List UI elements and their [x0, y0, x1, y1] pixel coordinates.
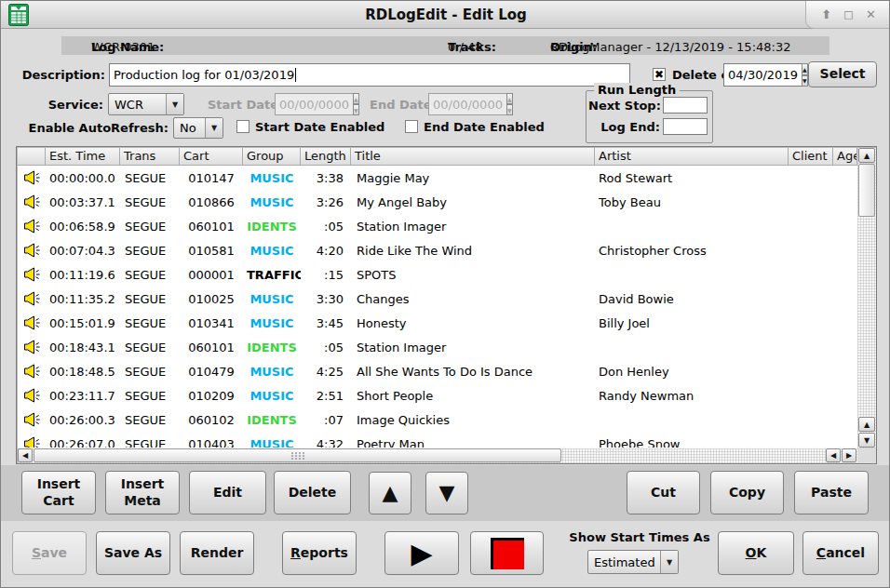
table-row[interactable]: 00:11:19.6SEGUE000001TRAFFIC:15SPOTS	[18, 262, 857, 287]
column-header-group[interactable]: Group	[243, 148, 301, 166]
copy-button[interactable]: Copy	[710, 471, 784, 514]
cut-button[interactable]: Cut	[627, 471, 700, 514]
play-button[interactable]: ▶	[384, 531, 459, 575]
insert-meta-button[interactable]: Insert Meta	[105, 471, 180, 514]
cell-group: IDENTS	[243, 220, 301, 234]
edit-button[interactable]: Edit	[189, 471, 266, 514]
vertical-scrollbar-thumb[interactable]	[858, 164, 875, 217]
vertical-scrollbar[interactable]: ▲ ▲ ▼	[857, 148, 876, 448]
scroll-up-icon[interactable]: ▲	[858, 148, 875, 163]
move-down-button[interactable]: ▼	[425, 472, 468, 514]
column-header-age[interactable]: Age	[833, 148, 857, 166]
cell-len: 4:25	[301, 365, 351, 379]
table-row[interactable]: 00:26:07.0SEGUE010403MUSIC4:32Poetry Man…	[18, 432, 857, 448]
scroll-left-icon[interactable]: ◀	[826, 448, 841, 462]
shade-window-icon[interactable]: ⬆	[821, 8, 831, 20]
ok-button[interactable]: OK	[718, 531, 794, 575]
cell-trans: SEGUE	[120, 316, 180, 330]
render-button[interactable]: Render	[180, 531, 254, 575]
move-up-button[interactable]: ▲	[369, 472, 411, 514]
cell-title: My Angel Baby	[351, 195, 595, 209]
scroll-up-icon[interactable]: ▲	[858, 417, 875, 432]
column-header-artist[interactable]: Artist	[595, 148, 789, 166]
thumb-grip	[291, 452, 293, 454]
table-row[interactable]: 00:11:35.2SEGUE010025MUSIC3:30ChangesDav…	[18, 287, 857, 311]
table-row[interactable]: 00:23:11.7SEGUE010209MUSIC2:51Short Peop…	[18, 383, 857, 408]
delete-button[interactable]: Delete	[274, 471, 351, 514]
service-combobox[interactable]: WCR ▼	[108, 93, 184, 115]
cell-group: IDENTS	[243, 341, 301, 354]
cell-time: 00:18:43.1	[46, 341, 120, 354]
log-table-body: 00:00:00.0SEGUE010147MUSIC3:38Maggie May…	[18, 166, 857, 448]
down-arrow-icon: ▼	[439, 480, 455, 506]
scroll-left-icon[interactable]: ◀	[18, 448, 33, 462]
horizontal-scrollbar[interactable]: ◀ ◀ ▶	[18, 448, 857, 463]
table-row[interactable]: 00:00:00.0SEGUE010147MUSIC3:38Maggie May…	[18, 166, 857, 190]
cell-trans: SEGUE	[120, 171, 180, 185]
speaker-icon	[23, 291, 41, 306]
cell-icon	[18, 364, 46, 379]
cell-title: Poetry Man	[351, 437, 595, 448]
stop-button[interactable]	[470, 531, 544, 575]
insert-cart-button[interactable]: Insert Cart	[21, 471, 96, 514]
delete-on-checkbox[interactable]: ✖	[653, 68, 666, 81]
cell-group: MUSIC	[243, 292, 301, 306]
cell-artist: Toby Beau	[595, 195, 789, 209]
spin-up-icon[interactable]: ▲	[802, 63, 808, 75]
cancel-button[interactable]: Cancel	[802, 531, 879, 575]
table-row[interactable]: 00:18:48.5SEGUE010479MUSIC4:25All She Wa…	[18, 359, 857, 383]
cell-len: 3:30	[301, 292, 351, 306]
cell-title: Honesty	[351, 316, 595, 330]
cell-icon	[18, 170, 46, 185]
cell-time: 00:11:19.6	[46, 268, 120, 282]
save-as-button[interactable]: Save As	[96, 531, 170, 575]
close-window-icon[interactable]: ✕	[866, 8, 876, 20]
column-header-title[interactable]: Title	[351, 148, 595, 166]
horizontal-scrollbar-thumb[interactable]	[34, 448, 561, 462]
title-bar[interactable]: RDLogEdit - Edit Log ⬆ ◻ ✕	[1, 1, 890, 29]
column-header-cart[interactable]: Cart	[180, 148, 243, 166]
cell-time: 00:00:00.0	[46, 171, 120, 185]
table-row[interactable]: 00:18:43.1SEGUE060101IDENTS:05Station Im…	[18, 335, 857, 359]
cell-icon	[18, 388, 46, 403]
spin-down-icon: ▼	[506, 104, 513, 115]
speaker-icon	[23, 315, 41, 330]
cell-group: MUSIC	[243, 389, 301, 403]
table-row[interactable]: 00:15:01.9SEGUE010341MUSIC3:45HonestyBil…	[18, 311, 857, 335]
cell-cart: 060101	[180, 220, 243, 234]
cell-time: 00:07:04.3	[46, 244, 120, 258]
cell-trans: SEGUE	[120, 437, 180, 448]
delete-on-date-spinbox[interactable]: 04/30/2019 ▲ ▼	[723, 63, 802, 87]
table-row[interactable]: 00:07:04.3SEGUE010581MUSIC4:20Ride Like …	[18, 238, 857, 262]
save-button[interactable]: Save	[12, 531, 87, 575]
show-start-times-combobox[interactable]: Estimated ▼	[587, 550, 679, 574]
cell-artist: Rod Stewart	[595, 171, 789, 185]
table-row[interactable]: 00:26:00.3SEGUE060102IDENTS:07Image Quic…	[18, 408, 857, 432]
column-header-time[interactable]: Est. Time	[46, 148, 120, 166]
reports-button[interactable]: Reports	[282, 531, 357, 575]
column-header-trans[interactable]: Trans	[120, 148, 180, 166]
cell-group: MUSIC	[243, 365, 301, 379]
description-input[interactable]: Production log for 01/03/2019	[109, 63, 630, 87]
cell-trans: SEGUE	[120, 268, 180, 282]
service-label: Service:	[38, 98, 103, 112]
table-row[interactable]: 00:03:37.1SEGUE010866MUSIC3:26My Angel B…	[18, 190, 857, 214]
maximize-window-icon[interactable]: ◻	[843, 8, 854, 20]
table-row[interactable]: 00:06:58.9SEGUE060101IDENTS:05Station Im…	[18, 214, 857, 238]
cell-trans: SEGUE	[120, 341, 180, 354]
start-date-enabled-checkbox[interactable]	[236, 120, 249, 133]
cell-cart: 060101	[180, 341, 243, 354]
show-start-times-label: Show Start Times As	[569, 530, 710, 544]
scroll-down-icon[interactable]: ▼	[858, 433, 875, 448]
cell-time: 00:23:11.7	[46, 389, 120, 403]
column-header-icon[interactable]	[18, 148, 46, 166]
autorefresh-combobox[interactable]: No ▼	[173, 117, 223, 139]
column-header-client[interactable]: Client	[789, 148, 833, 166]
paste-button[interactable]: Paste	[794, 471, 869, 514]
column-header-len[interactable]: Length	[301, 148, 351, 166]
end-date-enabled-checkbox[interactable]	[405, 120, 418, 133]
spin-down-icon[interactable]: ▼	[802, 75, 808, 87]
select-date-button[interactable]: Select	[808, 61, 877, 87]
scroll-right-icon[interactable]: ▶	[842, 448, 856, 462]
rdlogedit-edit-log-window: RDLogEdit - Edit Log ⬆ ◻ ✕ Log Name: WCR…	[0, 0, 890, 588]
